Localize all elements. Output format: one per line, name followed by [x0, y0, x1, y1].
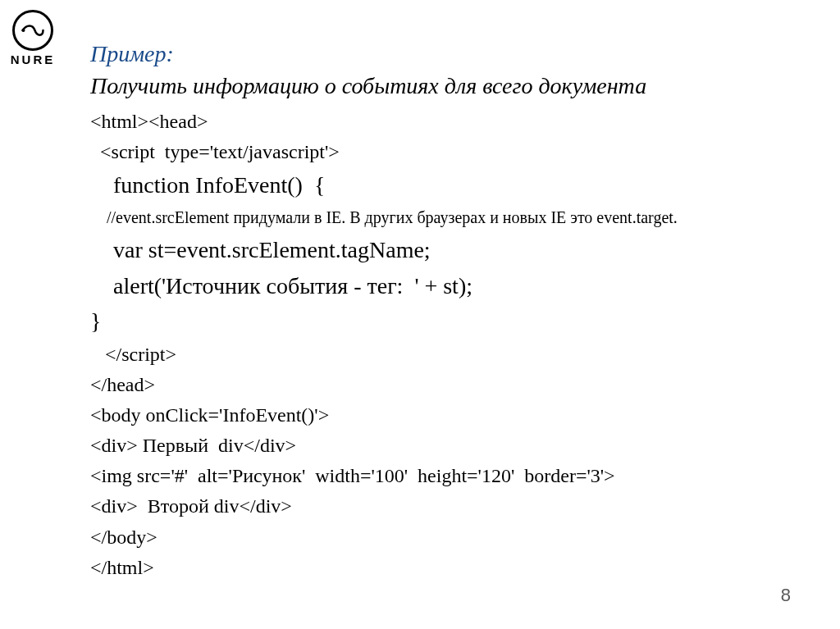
slide-content: Пример: Получить информацию о событиях д…	[90, 41, 807, 583]
code-line: </body>	[90, 522, 807, 553]
code-line: var st=event.srcElement.tagName;	[90, 232, 807, 267]
code-comment: //event.srcElement придумали в IE. В дру…	[90, 203, 807, 232]
code-line: }	[90, 303, 807, 339]
code-line: <html><head>	[90, 107, 807, 137]
logo-text: NURE	[10, 52, 56, 66]
code-line: <img src='#' alt='Рисунок' width='100' h…	[90, 461, 807, 491]
code-line: </script>	[90, 340, 807, 370]
code-line: </head>	[90, 370, 807, 400]
code-line: alert('Источник события - тег: ' + st);	[90, 268, 807, 303]
code-line: </html>	[90, 553, 807, 583]
svg-point-0	[22, 29, 25, 32]
code-line: <div> Второй div</div>	[90, 491, 807, 522]
code-line: <div> Первый div</div>	[90, 431, 807, 461]
logo-icon	[12, 10, 53, 51]
code-line: <script type='text/javascript'>	[90, 137, 807, 167]
task-description: Получить информацию о событиях для всего…	[90, 72, 807, 100]
logo: NURE	[10, 10, 56, 66]
page-number: 8	[781, 585, 791, 606]
code-line: function InfoEvent() {	[90, 167, 807, 203]
code-line: <body onClick='InfoEvent()'>	[90, 400, 807, 431]
example-label: Пример:	[90, 41, 807, 67]
